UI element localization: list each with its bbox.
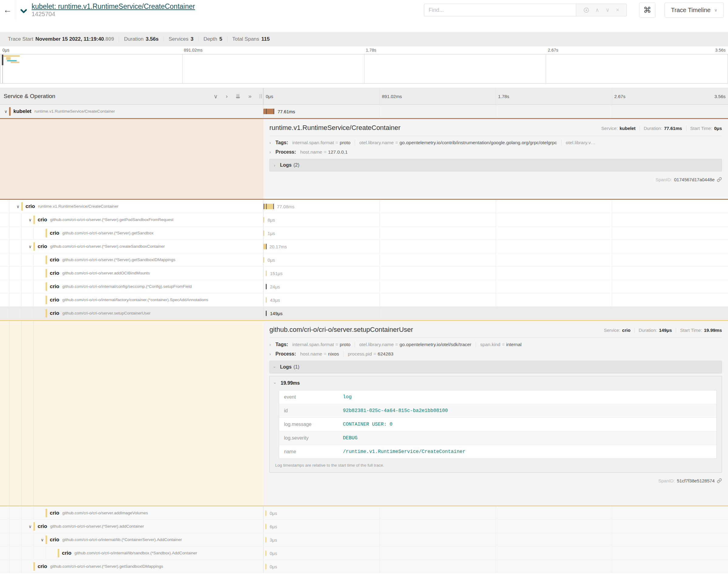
find-clear-icon[interactable]: × [616,7,619,13]
link-icon[interactable] [717,478,722,483]
locate-icon[interactable] [584,8,589,13]
span-row-timeline-cell[interactable]: 3μs [263,533,728,546]
span-row-name-cell[interactable]: crio github.com/cri-o/cri-o/server.addIm… [0,506,263,519]
log-timestamp-toggle[interactable]: › 19.99ms [274,380,717,386]
span-row[interactable]: ∨ crio runtime.v1.RuntimeService/CreateC… [0,200,728,213]
span-row-name-cell[interactable]: ∨ crio github.com/cri-o/cri-o/server.(*S… [0,240,263,253]
find-prev-icon[interactable]: ∧ [595,7,599,13]
span-row-name-cell[interactable]: crio github.com/cri-o/cri-o/server.(*Ser… [0,560,263,573]
span-row[interactable]: ∨ crio github.com/cri-o/cri-o/server.(*S… [0,240,728,253]
span-row-timeline-cell[interactable]: 24μs [263,280,728,293]
summary-label: Services [169,36,188,42]
logs-accordion[interactable]: › Logs (1) [269,361,722,373]
log-field-key: id [279,404,340,417]
span-row[interactable]: crio github.com/cri-o/cri-o/server.(*Ser… [0,560,728,573]
timeline-span-bar[interactable] [266,311,267,316]
find-next-icon[interactable]: ∨ [606,7,609,13]
span-row[interactable]: crio github.com/cri-o/cri-o/server.(*Ser… [0,227,728,240]
span-row-name-cell[interactable]: crio github.com/cri-o/cri-o/server.setup… [0,307,263,320]
row-expand-chevron-icon[interactable]: ∨ [14,204,21,209]
span-row-timeline-cell[interactable]: 20.17ms [263,240,728,253]
span-row[interactable]: ∨ crio github.com/cri-o/cri-o/server.(*S… [0,213,728,227]
span-row-timeline-cell[interactable]: 77.61ms [263,105,728,118]
timeline-span-bar[interactable] [263,217,264,223]
span-row[interactable]: crio github.com/cri-o/cri-o/internal/con… [0,280,728,293]
span-row-name-cell[interactable]: crio github.com/cri-o/cri-o/server.(*Ser… [0,253,263,266]
timeline-span-bar[interactable] [263,230,264,236]
timeline-span-bar[interactable] [265,550,266,556]
row-expand-chevron-icon[interactable]: ∨ [39,537,45,542]
keyboard-shortcuts-button[interactable]: ⌘ [639,2,655,18]
span-row-timeline-cell[interactable]: 0μs [263,546,728,560]
timeline-span-bar[interactable] [266,284,267,289]
timeline-span-bar[interactable] [265,564,266,569]
trace-title-link[interactable]: kubelet: runtime.v1.RuntimeService/Creat… [32,2,195,10]
span-row-timeline-cell[interactable]: 0μs [263,506,728,519]
minimap-span-bar [7,60,17,61]
timeline-span-bar[interactable] [263,109,274,114]
span-row[interactable]: ∨ crio github.com/cri-o/cri-o/internal/l… [0,533,728,546]
collapse-one-icon[interactable]: ∨ [213,93,218,100]
span-row-name-cell[interactable]: ∨ crio github.com/cri-o/cri-o/server.(*S… [0,213,263,226]
span-row-timeline-cell[interactable]: 149μs [263,307,728,320]
span-row-name-cell[interactable]: crio github.com/cri-o/cri-o/internal/con… [0,280,263,293]
span-row-name-cell[interactable]: crio github.com/cri-o/cri-o/internal/fac… [0,293,263,306]
collapse-all-icon[interactable]: ⇊ [236,93,240,100]
operation-name: github.com/cri-o/cri-o/server.(*Server).… [50,564,163,569]
row-expand-chevron-icon[interactable]: ∨ [27,524,33,529]
span-row[interactable]: ∨ crio github.com/cri-o/cri-o/server.(*S… [0,520,728,533]
row-expand-chevron-icon[interactable]: ∨ [2,109,9,114]
timeline-span-bar[interactable] [266,297,267,303]
expand-all-icon[interactable]: » [248,93,252,100]
span-row-timeline-cell[interactable]: 1μs [263,227,728,240]
span-row-name-cell[interactable]: crio github.com/cri-o/cri-o/server.(*Ser… [0,227,263,240]
span-row[interactable]: crio github.com/cri-o/cri-o/server.addOC… [0,267,728,280]
find-input[interactable] [424,4,576,16]
span-row[interactable]: crio github.com/cri-o/cri-o/server.(*Ser… [0,253,728,267]
timeline-span-bar[interactable] [266,270,267,276]
span-row-timeline-cell[interactable]: 43μs [263,293,728,306]
span-row-name-cell[interactable]: ∨ crio github.com/cri-o/cri-o/internal/l… [0,533,263,546]
span-row-timeline-cell[interactable]: 151μs [263,267,728,280]
span-row-timeline-cell[interactable]: 8μs [263,213,728,226]
span-row-timeline-cell[interactable]: 0μs [263,253,728,266]
expand-one-icon[interactable]: › [226,93,228,100]
span-row-name-cell[interactable]: ∨ crio github.com/cri-o/cri-o/server.(*S… [0,520,263,533]
span-row[interactable]: crio github.com/cri-o/cri-o/server.addIm… [0,506,728,520]
span-row-timeline-cell[interactable]: 77.08ms [263,200,728,213]
minimap-tick: 3.56s [715,48,726,53]
process-section[interactable]: › Process: host.name=127.0.0.1 [269,149,722,155]
logs-accordion[interactable]: › Logs (2) [269,159,722,172]
trace-collapse-toggle[interactable] [20,7,28,15]
log-marker-tick [274,109,274,114]
timeline-span-bar[interactable] [265,510,266,516]
span-row-name-cell[interactable]: ∨ kubelet runtime.v1.RuntimeService/Crea… [0,105,263,118]
span-row-timeline-cell[interactable]: 6μs [263,520,728,533]
span-row-name-cell[interactable]: ∨ crio runtime.v1.RuntimeService/CreateC… [0,200,263,213]
process-section[interactable]: › Process: host.name=nixos process.pid=6… [269,351,722,357]
span-row-name-cell[interactable]: crio github.com/cri-o/cri-o/internal/lib… [0,546,263,560]
trace-view-select[interactable]: Trace Timeline ∨ [664,2,724,18]
timeline-span-bar[interactable] [263,257,264,263]
link-icon[interactable] [717,177,722,182]
summary-label: Trace Start [8,36,33,42]
row-expand-chevron-icon[interactable]: ∨ [27,244,33,249]
log-field-key: event [279,391,340,404]
span-row[interactable]: crio github.com/cri-o/cri-o/internal/fac… [0,293,728,307]
tags-section[interactable]: › Tags: internal.span.format=proto otel.… [269,342,722,347]
back-button[interactable]: ← [0,0,15,20]
timeline-span-bar[interactable] [265,537,266,543]
timeline-span-bar[interactable] [263,244,266,249]
minimap-scrubber-handle[interactable] [2,55,3,65]
trace-minimap[interactable] [0,54,728,83]
span-row-name-cell[interactable]: crio github.com/cri-o/cri-o/server.addOC… [0,267,263,280]
span-row[interactable]: crio github.com/cri-o/cri-o/internal/lib… [0,546,728,560]
tags-section[interactable]: › Tags: internal.span.format=proto otel.… [269,140,722,145]
span-row-timeline-cell[interactable]: 0μs [263,560,728,573]
column-resize-handle[interactable] [260,94,262,98]
timeline-span-bar[interactable] [265,524,266,529]
span-row[interactable]: ∨ kubelet runtime.v1.RuntimeService/Crea… [0,105,728,118]
span-row[interactable]: crio github.com/cri-o/cri-o/server.setup… [0,307,728,320]
timeline-span-bar[interactable] [263,204,274,209]
row-expand-chevron-icon[interactable]: ∨ [27,217,33,222]
